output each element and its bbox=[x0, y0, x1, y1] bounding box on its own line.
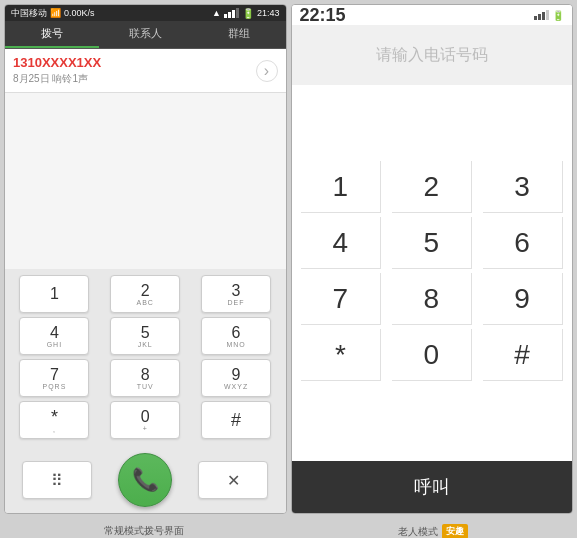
bottom-captions: 常规模式拨号界面 老人模式 安趣 bbox=[0, 518, 577, 538]
recent-call-item[interactable]: 1310XXXX1XX 8月25日 响铃1声 › bbox=[5, 49, 286, 93]
anqu-badge: 安趣 bbox=[442, 524, 468, 538]
left-status-bar: 中国移动 📶 0.00K/s ▲ 🔋 21:43 bbox=[5, 5, 286, 21]
keypad-row-3: 7 PQRS 8 TUV 9 WXYZ bbox=[9, 359, 282, 397]
key-star[interactable]: * , bbox=[19, 401, 89, 439]
call-button-left[interactable]: 📞 bbox=[118, 453, 172, 507]
keypad-row-4: * , 0 + # bbox=[9, 401, 282, 439]
carrier-label: 中国移动 bbox=[11, 7, 47, 20]
right-key-1[interactable]: 1 bbox=[301, 161, 381, 213]
speed-label: 0.00K/s bbox=[64, 8, 95, 18]
recent-call-detail: 8月25日 响铃1声 bbox=[13, 72, 256, 86]
wifi-icon: ▲ bbox=[212, 8, 221, 18]
recent-call-info: 1310XXXX1XX 8月25日 响铃1声 bbox=[13, 55, 256, 86]
right-key-8[interactable]: 8 bbox=[392, 273, 472, 325]
dialpad-toggle-button[interactable]: ⠿ bbox=[22, 461, 92, 499]
key-8[interactable]: 8 TUV bbox=[110, 359, 180, 397]
right-key-5[interactable]: 5 bbox=[392, 217, 472, 269]
key-6[interactable]: 6 MNO bbox=[201, 317, 271, 355]
right-key-0[interactable]: 0 bbox=[392, 329, 472, 381]
tab-dialpad[interactable]: 拨号 bbox=[5, 21, 99, 48]
key-2[interactable]: 2 ABC bbox=[110, 275, 180, 313]
battery-icon-right: 🔋 bbox=[552, 10, 564, 21]
right-key-9[interactable]: 9 bbox=[483, 273, 563, 325]
right-key-7[interactable]: 7 bbox=[301, 273, 381, 325]
left-status-left: 中国移动 📶 0.00K/s bbox=[11, 7, 95, 20]
key-0[interactable]: 0 + bbox=[110, 401, 180, 439]
left-action-row: ⠿ 📞 ✕ bbox=[5, 449, 286, 513]
right-keypad-row-2: 4 5 6 bbox=[296, 217, 569, 269]
key-4[interactable]: 4 GHI bbox=[19, 317, 89, 355]
left-spacer bbox=[5, 93, 286, 269]
caption-right-text: 老人模式 bbox=[398, 525, 438, 539]
right-time: 22:15 bbox=[300, 6, 346, 24]
signal-bars-right bbox=[534, 10, 549, 20]
keypad-row-2: 4 GHI 5 JKL 6 MNO bbox=[9, 317, 282, 355]
recent-phone-number: 1310XXXX1XX bbox=[13, 55, 256, 70]
caption-left: 常规模式拨号界面 bbox=[0, 518, 288, 538]
key-3[interactable]: 3 DEF bbox=[201, 275, 271, 313]
right-key-3[interactable]: 3 bbox=[483, 161, 563, 213]
right-key-hash[interactable]: # bbox=[483, 329, 563, 381]
caption-right: 老人模式 安趣 bbox=[288, 518, 577, 538]
keypad-row-1: 1 2 ABC 3 DEF bbox=[9, 275, 282, 313]
phone-input-placeholder: 请输入电话号码 bbox=[376, 45, 488, 66]
battery-icon-left: 🔋 bbox=[242, 8, 254, 19]
right-keypad-row-3: 7 8 9 bbox=[296, 273, 569, 325]
tab-groups[interactable]: 群组 bbox=[192, 21, 286, 48]
call-button-right[interactable]: 呼叫 bbox=[292, 461, 573, 513]
right-keypad: 1 2 3 4 5 6 bbox=[292, 85, 573, 461]
key-5[interactable]: 5 JKL bbox=[110, 317, 180, 355]
key-9[interactable]: 9 WXYZ bbox=[201, 359, 271, 397]
right-input-area[interactable]: 请输入电话号码 bbox=[292, 25, 573, 85]
signal-icon: 📶 bbox=[50, 8, 61, 18]
delete-button[interactable]: ✕ bbox=[198, 461, 268, 499]
key-7[interactable]: 7 PQRS bbox=[19, 359, 89, 397]
left-status-right: ▲ 🔋 21:43 bbox=[212, 8, 279, 19]
right-key-2[interactable]: 2 bbox=[392, 161, 472, 213]
right-status-right: 🔋 bbox=[534, 10, 564, 21]
right-keypad-row-1: 1 2 3 bbox=[296, 161, 569, 213]
key-1[interactable]: 1 bbox=[19, 275, 89, 313]
right-status-bar: 22:15 🔋 bbox=[292, 5, 573, 25]
right-key-4[interactable]: 4 bbox=[301, 217, 381, 269]
time-label-left: 21:43 bbox=[257, 8, 280, 18]
left-keypad: 1 2 ABC 3 DEF 4 GHI 5 bbox=[5, 269, 286, 449]
tab-contacts[interactable]: 联系人 bbox=[99, 21, 193, 48]
right-key-star[interactable]: * bbox=[301, 329, 381, 381]
right-key-6[interactable]: 6 bbox=[483, 217, 563, 269]
key-hash[interactable]: # bbox=[201, 401, 271, 439]
right-phone: 22:15 🔋 请输入电话号码 1 2 bbox=[291, 4, 574, 514]
detail-arrow-icon[interactable]: › bbox=[256, 60, 278, 82]
signal-bars-left bbox=[224, 8, 239, 18]
left-phone: 中国移动 📶 0.00K/s ▲ 🔋 21:43 拨号 联系人 群组 bbox=[4, 4, 287, 514]
right-keypad-row-4: * 0 # bbox=[296, 329, 569, 381]
left-tabs: 拨号 联系人 群组 bbox=[5, 21, 286, 49]
